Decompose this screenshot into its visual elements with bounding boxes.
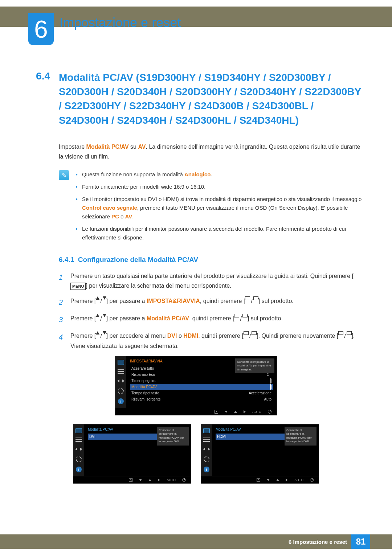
osd-value: Accelerazione xyxy=(249,391,271,395)
osd-label: Azzerare tutto xyxy=(131,366,154,370)
gear-icon xyxy=(204,456,209,462)
osd-sidebar: i xyxy=(201,424,212,476)
osd-tooltip: Consente di selezionare la modalità PC/A… xyxy=(285,427,317,446)
note-item: ●Le funzioni disponibili per il monitor … xyxy=(75,225,364,242)
highlight: HDMI xyxy=(183,333,198,339)
info-icon: i xyxy=(118,398,124,404)
osd-nav-bar: ✕ AUTO xyxy=(73,476,191,483)
note-block: ✎ ●Questa funzione non supporta la modal… xyxy=(59,170,364,246)
note-icon: ✎ xyxy=(59,170,69,180)
step-item: 3 Premere [ / ] per passare a Modalità P… xyxy=(59,313,364,326)
osd-hdmi-menu: i Modalità PC/AV HDMI ✓PC AV Consente di… xyxy=(201,424,319,484)
step-item: 2 Premere [ / ] per passare a IMPOSTA&RI… xyxy=(59,296,364,308)
down-icon xyxy=(225,411,228,413)
highlight: AV xyxy=(138,144,146,150)
highlight: Modalità PC/AV xyxy=(86,144,129,150)
chapter-number: 6 xyxy=(34,17,48,41)
step-number: 3 xyxy=(59,313,65,326)
chapter-title: Impostazione e reset xyxy=(60,15,181,30)
list-icon xyxy=(203,438,210,442)
text: Fornito unicamente per i modelli wide 16… xyxy=(82,182,205,191)
osd-label: HDMI xyxy=(217,435,226,439)
chapter-badge: 6 xyxy=(28,13,54,45)
osd-label: Tempo ripet tasto xyxy=(131,391,159,395)
osd-tooltip: Consente di selezionare la modalità PC/A… xyxy=(157,427,189,446)
osd-main-wrapper: i IMPOSTA&RIAVVIA Azzerare tuttoRisparmi… xyxy=(28,356,364,415)
arrows-icon xyxy=(204,446,209,452)
section-title: Modalità PC/AV (S19D300HY / S19D340HY / … xyxy=(59,70,364,127)
text: . xyxy=(132,213,134,219)
up-down-icon: / xyxy=(96,331,106,341)
right-icon xyxy=(244,410,246,413)
footer-bar: 6 Impostazione e reset 81 xyxy=(0,534,392,549)
source-icon: / xyxy=(338,331,351,341)
subsection-title: Configurazione della Modalità PC/AV xyxy=(78,256,198,263)
subsection-number: 6.4.1 xyxy=(59,256,74,263)
up-down-icon: / xyxy=(96,314,106,324)
power-icon xyxy=(182,478,186,482)
osd-nav-bar: ✕ AUTO xyxy=(201,476,319,483)
text: Le funzioni disponibili per il monitor p… xyxy=(82,225,364,242)
text: Questa funzione non supporta la modalità xyxy=(82,171,184,177)
bullet-icon: ● xyxy=(75,196,78,221)
osd-value: Auto xyxy=(264,397,271,401)
source-icon: / xyxy=(244,331,257,341)
text: Se il monitor (impostato su DVI o HDMI) … xyxy=(82,196,362,202)
osd-row: Timer spegnim. xyxy=(130,378,273,384)
osd-tooltip: Consente di impostare la modalità AV per… xyxy=(235,358,274,373)
text: o xyxy=(119,213,125,219)
step-number: 4 xyxy=(59,331,65,351)
step-item: 4 Premere [ / ] per accedere al menu DVI… xyxy=(59,331,364,351)
highlight: IMPOSTA&RIAVVIA xyxy=(147,298,200,304)
note-item: ●Fornito unicamente per i modelli wide 1… xyxy=(75,182,364,191)
page-number: 81 xyxy=(351,534,370,549)
osd-sub-pair: i Modalità PC/AV DVI ✓PC AV Consente di … xyxy=(28,424,364,484)
right-icon xyxy=(158,479,160,481)
monitor-icon xyxy=(203,428,210,433)
down-icon xyxy=(267,479,270,481)
list-icon xyxy=(118,369,124,374)
bullet-icon: ● xyxy=(75,184,78,191)
intro-paragraph: Impostare Modalità PC/AV su AV. La dimen… xyxy=(59,142,364,161)
step-item: 1 Premere un tasto qualsiasi nella parte… xyxy=(59,271,364,291)
text: . xyxy=(211,171,212,177)
up-icon xyxy=(276,479,279,481)
osd-dvi-menu: i Modalità PC/AV DVI ✓PC AV Consente di … xyxy=(73,424,191,484)
osd-label: Rilevam. sorgente xyxy=(131,397,161,401)
gear-icon xyxy=(76,456,82,462)
note-list: ●Questa funzione non supporta la modalit… xyxy=(75,170,364,246)
osd-main-menu: i IMPOSTA&RIAVVIA Azzerare tuttoRisparmi… xyxy=(115,356,277,415)
list-icon xyxy=(75,438,82,442)
menu-button-icon: MENU xyxy=(70,283,86,290)
section-heading: 6.4 Modalità PC/AV (S19D300HY / S19D340H… xyxy=(28,70,364,127)
text: Impostare xyxy=(59,144,86,150)
page-content: 6.4 Modalità PC/AV (S19D300HY / S19D340H… xyxy=(0,27,392,513)
chevron-right-icon xyxy=(270,383,271,390)
auto-label: AUTO xyxy=(167,478,176,482)
highlight: PC xyxy=(111,213,119,219)
right-icon xyxy=(286,479,288,481)
close-icon: ✕ xyxy=(215,410,218,414)
note-item: ●Se il monitor (impostato su DVI o HDMI)… xyxy=(75,195,364,221)
text: su xyxy=(129,144,138,150)
source-icon: / xyxy=(245,296,258,306)
osd-nav-bar: ✕ AUTO xyxy=(115,408,277,415)
osd-label: Modalità PC/AV xyxy=(131,385,157,389)
source-icon: / xyxy=(234,314,247,324)
section-number: 6.4 xyxy=(28,70,50,127)
gear-icon xyxy=(118,388,124,394)
highlight: Modalità PC/AV xyxy=(147,315,189,321)
down-icon xyxy=(139,479,142,481)
osd-row-selected: Modalità PC/AV xyxy=(130,384,273,390)
power-icon xyxy=(268,410,271,414)
step-list: 1 Premere un tasto qualsiasi nella parte… xyxy=(59,271,364,351)
osd-row: Tempo ripet tastoAccelerazione xyxy=(130,390,273,396)
osd-sidebar: i xyxy=(115,356,126,408)
power-icon xyxy=(310,478,314,482)
footer-label: 6 Impostazione e reset xyxy=(289,539,347,545)
arrows-icon xyxy=(76,446,82,452)
auto-label: AUTO xyxy=(252,410,261,414)
osd-value xyxy=(270,379,271,383)
monitor-icon xyxy=(118,360,124,365)
highlight: Analogico xyxy=(184,171,211,177)
